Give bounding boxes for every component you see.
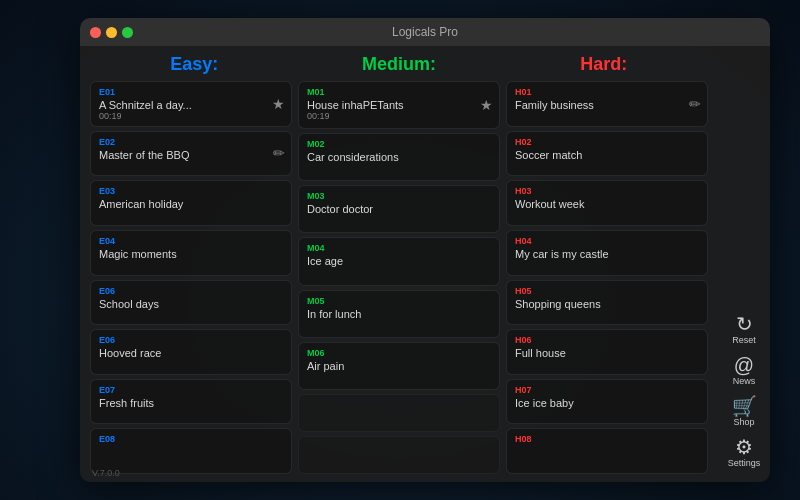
medium-header: Medium: [297, 54, 502, 75]
card-title: Soccer match [515, 149, 699, 161]
shop-icon: 🛒 [732, 396, 757, 416]
card-id: M04 [307, 243, 491, 253]
list-item[interactable]: H03Workout week [506, 180, 708, 226]
app-window: Logicals Pro Easy: Medium: Hard: E01A Sc… [80, 18, 770, 482]
card-id: M01 [307, 87, 491, 97]
list-item[interactable]: M05In for lunch [298, 290, 500, 338]
card-title: Shopping queens [515, 298, 699, 310]
card-id: H01 [515, 87, 699, 97]
main-content: Easy: Medium: Hard: E01A Schnitzel a day… [80, 46, 718, 482]
content-area: Easy: Medium: Hard: E01A Schnitzel a day… [80, 46, 770, 482]
sidebar: ↻Reset@News🛒Shop⚙Settings [718, 46, 770, 482]
card-id: E06 [99, 335, 283, 345]
list-item[interactable]: H02Soccer match [506, 131, 708, 177]
card-id: M02 [307, 139, 491, 149]
card-title: Master of the BBQ [99, 149, 283, 161]
title-bar: Logicals Pro [80, 18, 770, 46]
cards-grid: E01A Schnitzel a day...00:19★E02Master o… [90, 81, 708, 474]
star-icon[interactable]: ★ [480, 97, 493, 113]
card-title: My car is my castle [515, 248, 699, 260]
list-item[interactable]: H05Shopping queens [506, 280, 708, 326]
card-title: House inhaPETants [307, 99, 491, 111]
list-item[interactable]: E02Master of the BBQ✏ [90, 131, 292, 177]
pencil-icon[interactable]: ✏ [689, 96, 701, 112]
card-title: Doctor doctor [307, 203, 491, 215]
settings-label: Settings [728, 458, 761, 468]
traffic-lights [90, 27, 133, 38]
list-item[interactable]: H07Ice ice baby [506, 379, 708, 425]
list-item[interactable]: H08 [506, 428, 708, 474]
card-id: H08 [515, 434, 699, 444]
card-id: E01 [99, 87, 283, 97]
list-item[interactable]: H06Full house [506, 329, 708, 375]
star-icon[interactable]: ★ [272, 96, 285, 112]
app-title: Logicals Pro [392, 25, 458, 39]
card-title: In for lunch [307, 308, 491, 320]
reset-label: Reset [732, 335, 756, 345]
card-id: E02 [99, 137, 283, 147]
list-item[interactable]: E03American holiday [90, 180, 292, 226]
card-title: American holiday [99, 198, 283, 210]
list-item[interactable]: E01A Schnitzel a day...00:19★ [90, 81, 292, 127]
shop-button[interactable]: 🛒Shop [722, 392, 766, 431]
card-title: Ice ice baby [515, 397, 699, 409]
card-title: Hooved race [99, 347, 283, 359]
list-item[interactable]: E06School days [90, 280, 292, 326]
card-id: H06 [515, 335, 699, 345]
card-id: E03 [99, 186, 283, 196]
card-id: E07 [99, 385, 283, 395]
close-button[interactable] [90, 27, 101, 38]
news-button[interactable]: @News [722, 351, 766, 390]
card-id: H03 [515, 186, 699, 196]
reset-button[interactable]: ↻Reset [722, 310, 766, 349]
column-headers: Easy: Medium: Hard: [90, 54, 708, 75]
medium-column: M01House inhaPETants00:19★M02Car conside… [298, 81, 500, 474]
list-item[interactable]: M01House inhaPETants00:19★ [298, 81, 500, 129]
card-id: M05 [307, 296, 491, 306]
minimize-button[interactable] [106, 27, 117, 38]
card-id: H04 [515, 236, 699, 246]
reset-icon: ↻ [736, 314, 753, 334]
hard-column: H01Family business✏H02Soccer matchH03Wor… [506, 81, 708, 474]
card-title: Workout week [515, 198, 699, 210]
easy-header: Easy: [92, 54, 297, 75]
card-id: H05 [515, 286, 699, 296]
card-title: Family business [515, 99, 699, 111]
card-subtitle: 00:19 [99, 111, 283, 121]
list-item[interactable]: M02Car considerations [298, 133, 500, 181]
card-title: Magic moments [99, 248, 283, 260]
list-item[interactable]: M03Doctor doctor [298, 185, 500, 233]
card-empty [298, 436, 500, 474]
list-item[interactable]: H04My car is my castle [506, 230, 708, 276]
list-item[interactable]: M06Air pain [298, 342, 500, 390]
settings-icon: ⚙ [735, 437, 753, 457]
fullscreen-button[interactable] [122, 27, 133, 38]
card-title: Air pain [307, 360, 491, 372]
list-item[interactable]: E08 [90, 428, 292, 474]
card-id: H07 [515, 385, 699, 395]
news-label: News [733, 376, 756, 386]
card-id: M03 [307, 191, 491, 201]
hard-header: Hard: [501, 54, 706, 75]
card-title: Fresh fruits [99, 397, 283, 409]
card-title: A Schnitzel a day... [99, 99, 283, 111]
card-title: Car considerations [307, 151, 491, 163]
shop-label: Shop [733, 417, 754, 427]
card-title: School days [99, 298, 283, 310]
list-item[interactable]: M04Ice age [298, 237, 500, 285]
card-title: Ice age [307, 255, 491, 267]
list-item[interactable]: E06Hooved race [90, 329, 292, 375]
card-subtitle: 00:19 [307, 111, 491, 121]
card-empty [298, 394, 500, 432]
card-title: Full house [515, 347, 699, 359]
card-id: E04 [99, 236, 283, 246]
list-item[interactable]: H01Family business✏ [506, 81, 708, 127]
news-icon: @ [734, 355, 754, 375]
list-item[interactable]: E04Magic moments [90, 230, 292, 276]
card-id: M06 [307, 348, 491, 358]
settings-button[interactable]: ⚙Settings [722, 433, 766, 472]
card-id: E06 [99, 286, 283, 296]
easy-column: E01A Schnitzel a day...00:19★E02Master o… [90, 81, 292, 474]
list-item[interactable]: E07Fresh fruits [90, 379, 292, 425]
pencil-icon[interactable]: ✏ [273, 145, 285, 161]
